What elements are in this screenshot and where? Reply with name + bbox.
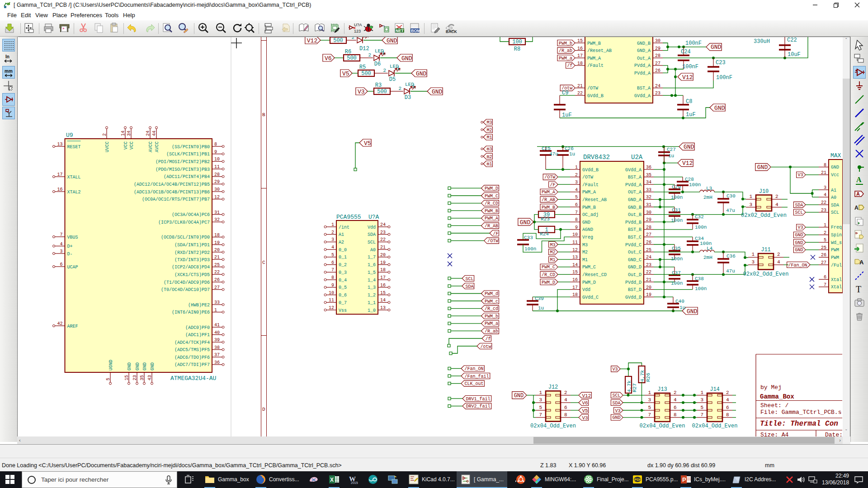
svg-text:100nF: 100nF [716,75,732,81]
svg-text:UGND: UGND [108,360,113,371]
svg-text:/R_AB: /R_AB [485,224,498,229]
svg-text:5: 5 [539,405,542,410]
svg-text:A: A [856,176,862,183]
svg-text:UCAP: UCAP [67,265,78,270]
svg-text:1uF: 1uF [562,112,572,118]
svg-text:BST_C: BST_C [628,235,642,240]
svg-text:7: 7 [60,232,62,237]
svg-text:GVdd_D: GVdd_D [625,295,642,300]
svg-text:C25: C25 [542,146,551,151]
svg-text:A2: A2 [339,240,344,245]
svg-text:02x02_Odd_Even: 02x02_Odd_Even [741,212,787,219]
svg-text:(ADC13/OC1B/OC4B/PCINT13)PB6: (ADC13/OC1B/OC4B/PCINT13)PB6 [134,190,210,195]
svg-text:12: 12 [214,195,220,200]
svg-text:5: 5 [824,238,826,243]
svg-text:(PDO/MISO/PCINT3)PB3: (PDO/MISO/PCINT3)PB3 [156,167,210,172]
svg-text:02x02_Odd_Even: 02x02_Odd_Even [743,271,789,277]
svg-text:PWM_C: PWM_C [542,265,555,270]
svg-text:10uF: 10uF [788,52,801,58]
svg-text:GND: GND [714,105,725,112]
svg-text:PVdd_A: PVdd_A [634,71,651,76]
svg-text:1_2: 1_2 [368,293,376,298]
svg-text:16: 16 [572,277,578,282]
svg-text:18: 18 [380,267,386,272]
svg-text:22: 22 [821,200,826,205]
svg-text:(ADC11/PCINT4)PB4: (ADC11/PCINT4)PB4 [164,174,210,179]
svg-text:7: 7 [331,267,334,272]
svg-text:3: 3 [700,397,703,403]
svg-text:24: 24 [380,222,386,227]
svg-text:/OTW: /OTW [487,239,498,244]
svg-text:BACK: BACK [446,29,457,34]
svg-text:5: 5 [331,253,334,258]
svg-text:AREF: AREF [67,324,78,329]
svg-text:100n: 100n [671,195,683,200]
svg-text:28: 28 [646,225,651,230]
svg-text:8: 8 [331,275,334,280]
svg-text:MAX: MAX [830,152,841,159]
svg-text:m1: m1 [487,162,492,167]
svg-text:0_3: 0_3 [339,270,347,275]
svg-text:33: 33 [214,300,220,305]
svg-text:PDF: PDF [634,478,642,482]
svg-text:R23: R23 [541,216,550,222]
svg-text:27: 27 [214,285,220,290]
svg-text:C27: C27 [667,147,676,152]
svg-text:GND_C: GND_C [628,258,642,263]
svg-text:24: 24 [655,84,660,89]
svg-text:4: 4 [60,242,62,247]
svg-text:100n: 100n [671,256,683,262]
svg-text:J11: J11 [761,247,771,253]
svg-text:6: 6 [60,262,62,267]
svg-text:20: 20 [214,248,220,253]
svg-text:C35: C35 [672,246,681,251]
svg-text:Xtal: Xtal [831,285,842,290]
svg-text:D3: D3 [405,94,411,101]
svg-text:PWM_A: PWM_A [542,190,555,195]
svg-text:(SCLK/PCINT1)PB1: (SCLK/PCINT1)PB1 [166,152,210,157]
svg-text:10: 10 [572,232,578,237]
svg-text:AGND: AGND [582,227,593,232]
svg-text:J12: J12 [548,384,558,390]
svg-text:2: 2 [398,86,401,91]
svg-text:V12: V12 [307,38,317,44]
svg-text:100n: 100n [695,225,707,230]
svg-text:/R_cd: /R_cd [485,306,498,311]
svg-text:1_4: 1_4 [368,278,376,283]
svg-text:D-: D- [67,252,73,257]
svg-text:/OTW: /OTW [544,175,555,180]
svg-text:02x04_Odd_Even: 02x04_Odd_Even [692,423,738,429]
svg-text:GND: GND [520,219,531,226]
svg-text:1_6: 1_6 [368,263,376,267]
svg-text:12: 12 [329,305,334,310]
svg-text:/F: /F [550,183,556,188]
svg-text:PWM_A: PWM_A [485,216,498,221]
svg-text:GND: GND [514,393,524,399]
svg-text:22: 22 [214,270,220,275]
svg-text:18: 18 [577,61,583,66]
svg-text:1: 1 [751,252,755,257]
svg-text:M2: M2 [582,250,588,255]
svg-text:M3: M3 [487,120,492,125]
svg-text:PWM_B: PWM_B [485,209,498,214]
svg-text:Spin: Spin [831,233,842,238]
svg-text:(SDA/INT1)PD1: (SDA/INT1)PD1 [175,243,210,248]
svg-text:GND: GND [401,55,412,62]
svg-text:21: 21 [214,255,220,260]
svg-text:GND_B: GND_B [628,205,642,210]
svg-text:20: 20 [380,253,386,258]
svg-text:AVCC: AVCC [155,141,160,152]
svg-text:17: 17 [57,172,62,177]
svg-text:500: 500 [361,70,371,77]
svg-text:(ICP3/CLK0/OC4A)PC7: (ICP3/CLK0/OC4A)PC7 [158,220,210,225]
svg-text:PWM_A: PWM_A [587,56,601,61]
svg-text:7: 7 [539,412,542,418]
svg-text:15: 15 [577,38,583,43]
svg-text:Out_C: Out_C [628,250,642,255]
svg-text:R3: R3 [375,82,382,89]
svg-text:Xtal: Xtal [831,277,842,282]
svg-text:1_3: 1_3 [368,285,376,290]
svg-text:(SS/PCINT0)PB0: (SS/PCINT0)PB0 [172,145,210,150]
svg-text:U?A: U?A [368,214,379,221]
svg-text:PWM_D: PWM_D [542,280,555,285]
